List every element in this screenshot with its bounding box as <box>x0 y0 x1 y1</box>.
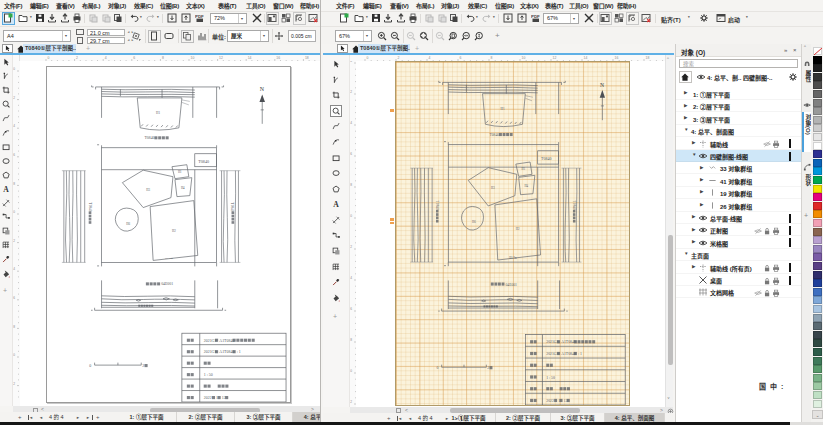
svg-text:8: 8 <box>162 56 164 60</box>
svg-text:8: 8 <box>350 183 352 187</box>
svg-text:16: 16 <box>276 56 280 60</box>
svg-text:0: 0 <box>350 369 352 373</box>
svg-text:6: 6 <box>13 296 15 300</box>
svg-text:14: 14 <box>248 56 252 60</box>
svg-text:8: 8 <box>13 325 15 329</box>
svg-text:10: 10 <box>191 56 195 60</box>
svg-text:0: 0 <box>13 210 15 214</box>
svg-text:2: 2 <box>13 382 15 386</box>
svg-text:2: 2 <box>398 56 400 60</box>
svg-text:4: 4 <box>429 56 431 60</box>
svg-text:8: 8 <box>491 56 493 60</box>
svg-text:4: 4 <box>13 124 15 128</box>
svg-text:2: 2 <box>13 239 15 243</box>
svg-text:A: A <box>3 185 9 193</box>
svg-text:4: 4 <box>13 267 15 271</box>
svg-text:12: 12 <box>219 56 223 60</box>
svg-text:0: 0 <box>13 353 15 357</box>
svg-text:6: 6 <box>460 56 462 60</box>
svg-text:4: 4 <box>350 121 352 125</box>
svg-text:18: 18 <box>646 56 650 60</box>
svg-text:6: 6 <box>13 153 15 157</box>
svg-text:10: 10 <box>522 56 526 60</box>
svg-text:4: 4 <box>350 276 352 280</box>
svg-text:4: 4 <box>105 56 107 60</box>
svg-text:PDF: PDF <box>195 14 204 19</box>
svg-text:2: 2 <box>350 90 352 94</box>
svg-text:2: 2 <box>350 400 352 404</box>
svg-text:PDF: PDF <box>531 14 540 19</box>
svg-text:A: A <box>333 200 339 208</box>
svg-text:6: 6 <box>350 307 352 311</box>
svg-text:16: 16 <box>615 56 619 60</box>
svg-text:14: 14 <box>584 56 588 60</box>
svg-text:2: 2 <box>13 96 15 100</box>
svg-text:0: 0 <box>350 214 352 218</box>
svg-text:0: 0 <box>48 56 50 60</box>
svg-text:6: 6 <box>350 152 352 156</box>
svg-text:2: 2 <box>350 245 352 249</box>
svg-text:18: 18 <box>305 56 309 60</box>
svg-text:0: 0 <box>350 61 352 63</box>
svg-text:0: 0 <box>367 56 369 60</box>
svg-text:12: 12 <box>553 56 557 60</box>
svg-text:0: 0 <box>13 67 15 71</box>
svg-text:8: 8 <box>13 182 15 186</box>
svg-text:2: 2 <box>76 56 78 60</box>
svg-text:8: 8 <box>350 338 352 342</box>
svg-text:6: 6 <box>133 56 135 60</box>
